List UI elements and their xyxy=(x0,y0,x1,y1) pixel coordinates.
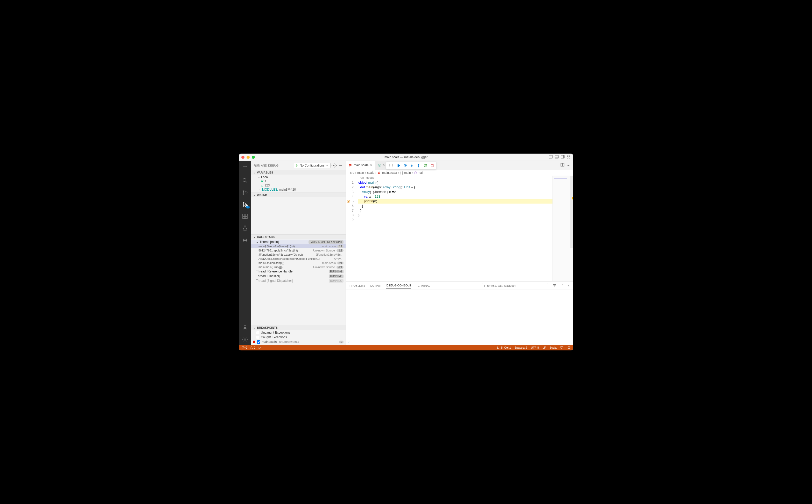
run-debug-icon[interactable]: 1 xyxy=(239,199,251,210)
step-over-button[interactable] xyxy=(402,163,408,168)
callstack-thread-other[interactable]: Thread [Reference Handler]RUNNING xyxy=(251,269,346,274)
svg-point-26 xyxy=(411,166,412,167)
callstack-section: ⌄CALL STACK ⌄Thread [main]PAUSED ON BREA… xyxy=(251,234,346,325)
chevron-up-icon[interactable]: ⌃ xyxy=(561,284,563,287)
breakpoint-caught[interactable]: Caught Exceptions xyxy=(251,335,346,340)
panel-tabs: PROBLEMS OUTPUT DEBUG CONSOLE TERMINAL ⌃… xyxy=(346,282,573,290)
titlebar: main.scala — metals-debugger xyxy=(239,154,573,161)
status-position[interactable]: Ln 5, Col 1 xyxy=(497,346,511,349)
breakpoint-checkbox[interactable] xyxy=(257,340,260,344)
variables-header[interactable]: ⌄VARIABLES xyxy=(251,170,346,175)
callstack-thread-other[interactable]: Thread [Signal Dispatcher]RUNNING xyxy=(251,278,346,283)
svg-rect-9 xyxy=(569,157,570,158)
callstack-thread-other[interactable]: Thread [Finalizer]RUNNING xyxy=(251,274,346,278)
panel-tab-terminal[interactable]: TERMINAL xyxy=(416,283,430,289)
sidebar: RUN AND DEBUG No Configurations ⋯ ⌄VARIA… xyxy=(251,161,346,345)
callstack-frame[interactable]: ArrayOps$.foreach$extension(Object,Funct… xyxy=(251,257,346,261)
breakpoint-uncaught[interactable]: Uncaught Exceptions xyxy=(251,330,346,335)
breakpoints-header[interactable]: ⌄BREAKPOINTS xyxy=(251,325,346,330)
breakpoint-file[interactable]: main.scalasrc/main/scala5 xyxy=(251,340,346,344)
layout-customize-icon[interactable] xyxy=(567,155,570,160)
activity-bar: 1 xyxy=(239,161,251,345)
close-tab-icon[interactable]: × xyxy=(370,163,372,167)
variable-item[interactable]: ›MODULE$: main$@420 xyxy=(251,188,346,192)
svg-rect-17 xyxy=(245,214,247,216)
explorer-icon[interactable] xyxy=(239,163,251,174)
layout-bottom-icon[interactable] xyxy=(555,155,559,160)
svg-point-25 xyxy=(405,166,405,167)
codelens-run[interactable]: run xyxy=(360,176,364,179)
variable-item[interactable]: x: 123 xyxy=(251,183,346,188)
callstack-frame[interactable]: main.main(String[])Unknown Source-1:1 xyxy=(251,265,346,269)
svg-rect-6 xyxy=(567,155,568,156)
step-into-button[interactable] xyxy=(409,163,415,168)
status-eol[interactable]: LF xyxy=(543,346,546,349)
panel-tab-debug-console[interactable]: DEBUG CONSOLE xyxy=(386,282,411,289)
more-icon[interactable]: ⋯ xyxy=(338,163,343,168)
metals-icon[interactable] xyxy=(239,235,251,245)
config-label: No Configurations xyxy=(300,164,325,167)
callstack-frame[interactable]: JFunction1$mcVI$sp.apply(Object)JFunctio… xyxy=(251,253,346,257)
status-errors[interactable]: 0 xyxy=(242,346,247,349)
restart-button[interactable] xyxy=(422,163,428,168)
extensions-icon[interactable] xyxy=(239,211,251,221)
bell-icon[interactable] xyxy=(567,346,570,350)
account-icon[interactable] xyxy=(239,322,251,333)
debug-badge: 1 xyxy=(246,206,250,208)
grip-icon[interactable]: ⋮⋮ xyxy=(387,164,395,167)
callstack-header[interactable]: ⌄CALL STACK xyxy=(251,234,346,239)
tab-main-scala[interactable]: main.scala × xyxy=(346,161,375,170)
watch-section: ⌄WATCH xyxy=(251,192,346,234)
debug-toolbar[interactable]: ⋮⋮ xyxy=(386,162,436,169)
status-spaces[interactable]: Spaces: 2 xyxy=(515,346,527,349)
filter-settings-icon[interactable] xyxy=(553,284,556,288)
panel-tab-output[interactable]: OUTPUT xyxy=(370,283,382,289)
callstack-frame[interactable]: main$.$anonfun$main$1(int)main.scala5:1 xyxy=(251,244,346,248)
method-icon: ⬡ xyxy=(414,171,417,175)
close-window-button[interactable] xyxy=(242,156,245,159)
status-bar: 0 0 Ln 5, Col 1 Spaces: 2 UTF-8 LF Scala xyxy=(239,345,573,350)
gutter[interactable]: 1 2 3 4 5 6 7 8 9 xyxy=(346,176,358,281)
status-language[interactable]: Scala xyxy=(549,346,557,349)
callstack-thread[interactable]: ⌄Thread [main]PAUSED ON BREAKPOINT xyxy=(251,240,346,244)
maximize-window-button[interactable] xyxy=(252,156,255,159)
watch-header[interactable]: ⌄WATCH xyxy=(251,192,346,197)
more-actions-icon[interactable]: ⋯ xyxy=(566,163,570,168)
status-warnings[interactable]: 0 xyxy=(250,346,255,349)
vscode-window: main.scala — metals-debugger 1 RUN AND D… xyxy=(239,154,573,350)
debug-console[interactable]: › xyxy=(346,290,573,345)
minimize-window-button[interactable] xyxy=(247,156,250,159)
callstack-frame[interactable]: 561247961.apply$mcVI$sp(int)Unknown Sour… xyxy=(251,248,346,253)
breadcrumb[interactable]: src› main› scala› main.scala› { }{} main… xyxy=(346,170,573,176)
source-control-icon[interactable] xyxy=(239,187,251,198)
debug-config-select[interactable]: No Configurations xyxy=(294,163,331,168)
layout-left-icon[interactable] xyxy=(549,155,553,160)
gear-icon[interactable] xyxy=(332,163,337,168)
layout-right-icon[interactable] xyxy=(561,155,565,160)
step-out-button[interactable] xyxy=(415,163,422,168)
codelens: run | debug xyxy=(360,176,374,179)
testing-icon[interactable] xyxy=(239,223,251,233)
sidebar-title: RUN AND DEBUG xyxy=(254,164,279,167)
svg-rect-19 xyxy=(245,217,247,219)
editor[interactable]: run | debug 1 2 3 4 5 6 7 8 9 object mai… xyxy=(346,176,573,281)
continue-button[interactable] xyxy=(395,163,401,168)
callstack-frame[interactable]: main$.main(String[])main.scala3:1 xyxy=(251,261,346,265)
breakpoint-checkbox[interactable] xyxy=(256,336,259,339)
codelens-debug[interactable]: debug xyxy=(366,176,374,179)
stop-button[interactable] xyxy=(429,163,435,168)
variable-scope[interactable]: ⌄Local xyxy=(251,175,346,179)
split-editor-icon[interactable] xyxy=(560,163,564,168)
search-icon[interactable] xyxy=(239,175,251,186)
settings-gear-icon[interactable] xyxy=(239,334,251,345)
status-debug-icon[interactable] xyxy=(258,346,261,349)
variable-item[interactable]: n: 1 xyxy=(251,179,346,183)
close-panel-icon[interactable]: × xyxy=(568,284,569,287)
minimap[interactable] xyxy=(552,176,573,281)
filter-input[interactable] xyxy=(482,283,548,288)
code-area[interactable]: object main { def main(args: Array[Strin… xyxy=(358,176,552,281)
feedback-icon[interactable] xyxy=(560,346,564,350)
breakpoint-checkbox[interactable] xyxy=(256,331,259,334)
panel-tab-problems[interactable]: PROBLEMS xyxy=(350,283,365,289)
status-encoding[interactable]: UTF-8 xyxy=(531,346,539,349)
